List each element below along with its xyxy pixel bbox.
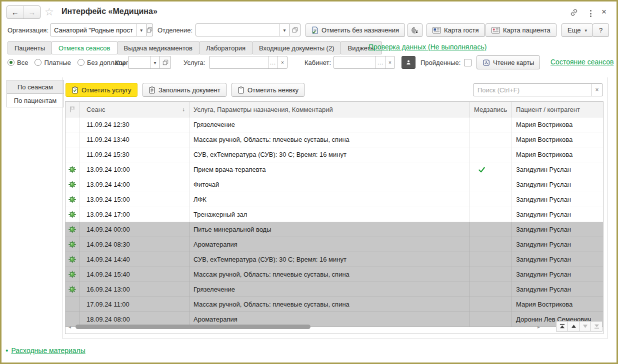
row-status-cell [66, 297, 80, 312]
table-row[interactable]: 14.09.24 08:30АроматерапияЗагидулин Русл… [66, 237, 603, 252]
back-button[interactable]: ← [7, 6, 24, 18]
table-row[interactable]: 11.09.24 13:40Массаж ручной, Область: пл… [66, 132, 603, 147]
clear-icon[interactable]: × [278, 56, 287, 68]
dropdown-arrow-icon[interactable]: ▾ [150, 56, 160, 68]
hscroll-right-icon[interactable]: ▸ [538, 325, 540, 330]
room-field[interactable]: ... × [334, 56, 395, 69]
vertical-scroll-buttons [556, 321, 602, 332]
row-status-cell [66, 222, 80, 237]
service-column-header[interactable]: Услуга, Параметры назначения, Комментари… [190, 102, 470, 117]
building-value[interactable] [128, 56, 150, 68]
main-tab[interactable]: Лаборатория [199, 41, 252, 54]
passed-checkbox[interactable] [464, 59, 472, 66]
guest-card-label: Карта гостя [444, 26, 479, 34]
choose-ellipsis-button[interactable]: ... [376, 56, 385, 68]
scroll-to-top-button[interactable] [556, 321, 568, 332]
medrecord-check-icon [478, 166, 486, 173]
table-row[interactable]: 13.09.24 15:00ЛФКЗагидулин Руслан [66, 192, 603, 207]
medrecord-column-header[interactable]: Медзапись [470, 102, 512, 117]
table-row[interactable]: 13.09.24 14:00ФиточайЗагидулин Руслан [66, 177, 603, 192]
sessions-state-link[interactable]: Состояние сеансов [550, 58, 614, 66]
choose-ellipsis-button[interactable]: ... [268, 56, 278, 68]
dropdown-arrow-icon[interactable]: ▾ [280, 24, 289, 36]
patient-column-header[interactable]: Пациент / контрагент [512, 102, 603, 117]
filter-radio[interactable]: Платные [34, 59, 71, 66]
row-patient-cell: Мария Вострикова [512, 117, 603, 132]
table-row[interactable]: 17.09.24 11:00Массаж ручной, Область: пл… [66, 297, 603, 312]
fill-document-button[interactable]: Заполнить документ [142, 83, 226, 97]
patient-card-button[interactable]: Карта пациента [486, 23, 556, 37]
row-session-cell: 11.09.24 15:30 [80, 147, 190, 162]
sidebar-view-tab[interactable]: По сеансам [6, 80, 64, 94]
table-row[interactable]: 16.09.24 13:00ГрязелечениеЗагидулин Русл… [66, 282, 603, 297]
main-tab[interactable]: Отметка сеансов [52, 41, 118, 54]
search-input[interactable] [474, 84, 591, 96]
consumables-link[interactable]: Расходные материалы [11, 347, 85, 355]
data-check-link[interactable]: Проверка данных (Не выполнялась) [368, 43, 486, 51]
close-icon[interactable]: × [602, 7, 606, 16]
scroll-to-bottom-button[interactable] [590, 321, 602, 332]
table-row[interactable]: 11.09.24 15:30СУВ, exТемпература (СУВ): … [66, 147, 603, 162]
favorite-star-icon[interactable]: ☆ [44, 6, 54, 17]
document-check-icon [312, 26, 318, 34]
row-session-cell: 14.09.24 00:00 [80, 222, 190, 237]
chevron-down-icon: ▾ [584, 28, 587, 33]
row-medrecord-cell [470, 132, 512, 147]
rfid-reader-button[interactable] [408, 23, 422, 37]
row-service-cell: Массаж ручной, Область: плечевые суставы… [190, 297, 470, 312]
menu-dots-icon[interactable] [588, 8, 593, 18]
room-value[interactable] [334, 56, 376, 68]
row-patient-cell: Загидулин Руслан [512, 192, 603, 207]
table-row[interactable]: 13.09.24 17:00Тренажерный залЗагидулин Р… [66, 207, 603, 222]
mark-without-assignment-button[interactable]: Отметить без назначения [306, 23, 405, 37]
guest-card-button[interactable]: Карта гостя [426, 23, 485, 37]
select-patient-button[interactable] [402, 56, 416, 69]
organization-label: Организация: [8, 23, 48, 37]
department-label: Отделение: [158, 23, 192, 37]
dropdown-arrow-icon[interactable]: ▾ [136, 24, 146, 36]
open-building-icon[interactable] [160, 56, 171, 69]
main-tab[interactable]: Входящие документы (2) [252, 41, 341, 54]
search-clear-icon[interactable]: × [591, 84, 602, 96]
row-service-cell: Тренажерный зал [190, 207, 470, 222]
table-row[interactable]: 11.09.24 12:30ГрязелечениеМария Вострико… [66, 117, 603, 132]
mark-noshow-button[interactable]: Отметить неявку [232, 83, 304, 97]
open-department-icon[interactable] [290, 23, 300, 36]
row-service-cell: СУВ, exТемпература (СУВ): 30 С; Время: 1… [190, 252, 470, 267]
organization-combo[interactable]: Санаторий "Родные прост ▾ [50, 23, 150, 36]
session-column-header[interactable]: Сеанс ↓ [80, 102, 190, 117]
forward-button[interactable]: → [24, 6, 40, 18]
nav-history-group: ← → [6, 5, 40, 19]
table-row[interactable]: 14.09.24 00:00Питье минеральной водыЗаги… [66, 222, 603, 237]
organization-value[interactable]: Санаторий "Родные прост [50, 24, 136, 36]
main-tab[interactable]: Выдача медикаментов [117, 41, 200, 54]
more-button[interactable]: Еще ▾ [562, 23, 593, 37]
hscroll-left-icon[interactable]: ◂ [68, 325, 71, 330]
main-tab[interactable]: Пациенты [8, 41, 52, 54]
row-status-cell [66, 282, 80, 297]
read-card-button[interactable]: Чтение карты [476, 55, 540, 69]
table-row[interactable]: 14.09.24 15:40Массаж ручной, Область: пл… [66, 267, 603, 282]
help-button[interactable]: ? [592, 23, 609, 37]
department-combo[interactable]: ▾ [196, 23, 300, 36]
scroll-up-button[interactable] [568, 321, 580, 332]
row-patient-cell: Мария Вострикова [512, 297, 603, 312]
radio-group: ВсеПлатныеБез доплаты [8, 56, 126, 69]
service-field[interactable]: ... × [209, 56, 288, 69]
row-patient-cell: Загидулин Руслан [512, 252, 603, 267]
scroll-down-button[interactable] [579, 321, 591, 332]
department-value[interactable] [196, 24, 280, 36]
clear-icon[interactable]: × [385, 56, 394, 68]
filter-radio[interactable]: Все [8, 59, 28, 66]
get-link-icon[interactable] [570, 8, 578, 17]
sidebar-view-tab[interactable]: По пациентам [6, 93, 64, 107]
mark-service-button[interactable]: Отметить услугу [66, 83, 138, 97]
service-value[interactable] [210, 56, 268, 68]
building-combo[interactable]: ▾ [128, 56, 171, 69]
row-patient-cell: Загидулин Руслан [512, 177, 603, 192]
table-row[interactable]: 14.09.24 14:40СУВ, exТемпература (СУВ): … [66, 252, 603, 267]
open-organization-icon[interactable] [146, 23, 153, 36]
hscroll-thumb[interactable] [76, 325, 310, 329]
flag-column-header[interactable] [66, 102, 80, 117]
table-row[interactable]: 13.09.24 10:00Прием врача-терапевта Заги… [66, 162, 603, 177]
